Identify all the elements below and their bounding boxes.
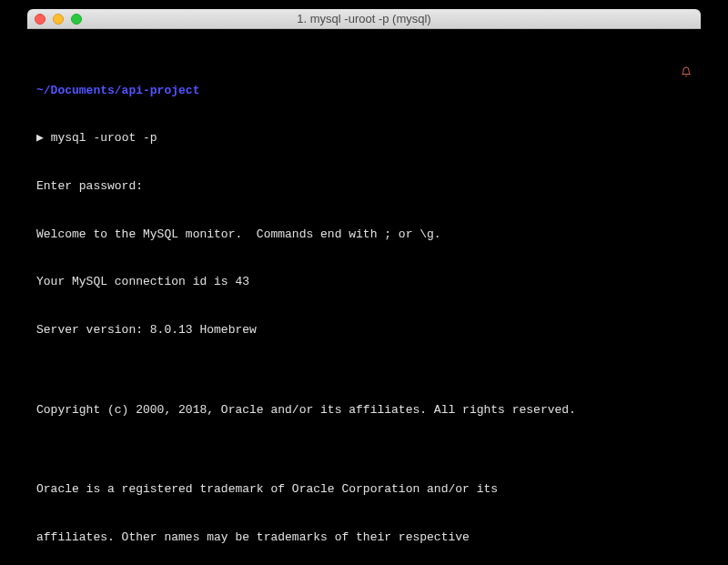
window-title: 1. mysql -uroot -p (mysql) [27,12,701,25]
cwd-path: ~/Documents/api-project [36,84,199,97]
output-line: Copyright (c) 2000, 2018, Oracle and/or … [36,402,692,419]
terminal-window: 1. mysql -uroot -p (mysql) ~/Documents/a… [27,9,701,565]
traffic-lights [27,14,82,25]
bell-icon [681,35,692,45]
output-line: Oracle is a registered trademark of Orac… [36,481,692,498]
output-line: Server version: 8.0.13 Homebrew [36,322,692,338]
output-line: Enter password: [36,178,692,195]
output-line: affiliates. Other names may be trademark… [36,530,692,546]
titlebar[interactable]: 1. mysql -uroot -p (mysql) [27,9,701,29]
prompt-prefix: ▶ [36,131,51,145]
close-icon[interactable] [35,14,46,25]
shell-command: mysql -uroot -p [51,131,157,145]
zoom-icon[interactable] [71,14,82,25]
output-line: Your MySQL connection id is 43 [36,274,692,290]
minimize-icon[interactable] [53,14,64,25]
output-line: Welcome to the MySQL monitor. Commands e… [36,227,692,243]
terminal-body[interactable]: ~/Documents/api-project ▶ mysql -uroot -… [27,29,701,565]
